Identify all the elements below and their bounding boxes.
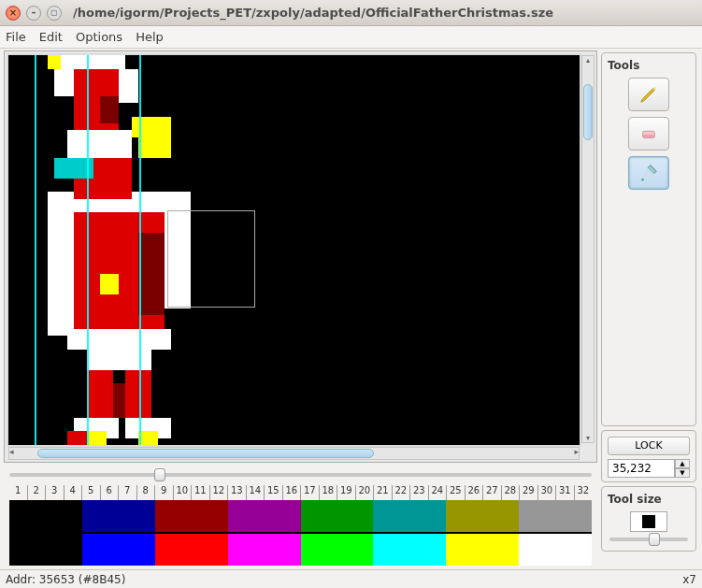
guide-line — [87, 55, 89, 445]
palette-swatch[interactable] — [155, 500, 228, 532]
ruler-tick: 25 — [446, 485, 465, 500]
palette-swatch[interactable] — [82, 500, 155, 532]
menu-file[interactable]: File — [6, 30, 26, 44]
ruler-tick: 3 — [45, 485, 64, 500]
vertical-scrollbar[interactable] — [581, 55, 595, 443]
dropper-tool-button[interactable] — [628, 156, 669, 190]
window-maximize-button[interactable] — [47, 6, 62, 21]
horizontal-scroll-thumb[interactable] — [37, 449, 374, 458]
ruler-tick: 18 — [319, 485, 337, 500]
svg-rect-22 — [138, 137, 171, 158]
palette-swatch[interactable] — [228, 500, 301, 532]
window-title: /home/igorm/Projects_PET/zxpoly/adapted/… — [73, 6, 553, 20]
lock-button[interactable]: LOCK — [608, 437, 690, 455]
svg-rect-15 — [87, 370, 113, 418]
palette-swatch[interactable] — [519, 534, 592, 566]
tools-panel: Tools — [601, 52, 696, 426]
selection-rectangle[interactable] — [167, 210, 255, 308]
ruler-tick: 11 — [191, 485, 209, 500]
window-close-button[interactable] — [6, 6, 21, 21]
ruler-tick: 12 — [209, 485, 228, 500]
ruler-tick: 4 — [64, 485, 82, 500]
palette-swatch[interactable] — [446, 500, 519, 532]
ruler: 1234567891011121314151617181920212223242… — [4, 485, 597, 500]
zoom-slider[interactable] — [4, 463, 597, 485]
ruler-tick: 20 — [355, 485, 374, 500]
lock-panel: LOCK ▲ ▼ — [601, 430, 696, 482]
palette-swatch[interactable] — [9, 500, 82, 532]
svg-rect-24 — [87, 431, 107, 445]
pencil-tool-button[interactable] — [628, 78, 669, 111]
spinner-up[interactable]: ▲ — [675, 459, 690, 468]
spinner-down[interactable]: ▼ — [675, 468, 690, 478]
palette-swatch[interactable] — [82, 534, 155, 566]
tool-size-thumb[interactable] — [649, 533, 660, 546]
palette-swatch[interactable] — [301, 534, 374, 566]
editor-viewport — [4, 50, 597, 463]
tool-size-panel: Tool size — [601, 486, 696, 552]
palette-swatch[interactable] — [301, 500, 374, 532]
palette-swatch[interactable] — [228, 534, 301, 566]
svg-rect-6 — [48, 212, 74, 336]
tool-size-swatch[interactable] — [630, 511, 667, 532]
ruler-tick: 17 — [300, 485, 319, 500]
ruler-tick: 2 — [27, 485, 46, 500]
menu-edit[interactable]: Edit — [39, 30, 63, 44]
svg-rect-2 — [54, 69, 74, 96]
ruler-tick: 30 — [537, 485, 556, 500]
menu-help[interactable]: Help — [136, 30, 164, 44]
svg-rect-18 — [138, 233, 165, 315]
pixel-canvas[interactable] — [8, 55, 580, 445]
ruler-tick: 32 — [574, 485, 593, 500]
dropper-icon — [638, 163, 659, 183]
tool-size-title: Tool size — [608, 493, 690, 506]
svg-rect-21 — [132, 117, 171, 137]
ruler-tick: 14 — [246, 485, 265, 500]
menubar: File Edit Options Help — [0, 26, 702, 49]
svg-rect-1 — [61, 55, 126, 69]
address-input[interactable] — [608, 459, 675, 478]
vertical-scroll-thumb[interactable] — [583, 84, 593, 140]
svg-rect-23 — [100, 274, 120, 294]
ruler-tick: 7 — [118, 485, 136, 500]
status-addr-dec: 35653 — [39, 573, 75, 586]
svg-rect-19 — [100, 96, 120, 123]
svg-rect-20 — [113, 383, 126, 418]
status-bar: Addr: 35653 ( #8B45) x7 — [0, 569, 702, 588]
tools-panel-title: Tools — [608, 59, 690, 72]
horizontal-scrollbar[interactable] — [8, 447, 580, 460]
ruler-tick: 9 — [154, 485, 173, 500]
ruler-tick: 26 — [465, 485, 483, 500]
eraser-tool-button[interactable] — [628, 117, 669, 151]
palette-swatch[interactable] — [9, 534, 82, 566]
tool-size-slider[interactable] — [609, 538, 688, 541]
palette-swatch[interactable] — [519, 500, 592, 532]
palette-swatch[interactable] — [155, 534, 228, 566]
status-addr-hex: #8B45 — [83, 573, 122, 586]
palette-swatch[interactable] — [446, 534, 519, 566]
svg-rect-25 — [138, 431, 158, 445]
ruler-tick: 13 — [227, 485, 246, 500]
zoom-slider-thumb[interactable] — [154, 468, 165, 481]
svg-rect-9 — [87, 350, 152, 370]
svg-rect-29 — [643, 135, 655, 138]
menu-options[interactable]: Options — [76, 30, 122, 44]
palette-swatch[interactable] — [373, 500, 446, 532]
ruler-tick: 19 — [337, 485, 355, 500]
svg-rect-26 — [48, 55, 61, 69]
status-zoom: x7 — [682, 573, 696, 586]
ruler-tick: 8 — [136, 485, 155, 500]
palette-swatch[interactable] — [373, 534, 446, 566]
ruler-tick: 1 — [9, 485, 27, 500]
guide-line — [35, 55, 36, 445]
window-minimize-button[interactable] — [26, 6, 41, 21]
svg-rect-17 — [67, 431, 87, 445]
ruler-tick: 24 — [428, 485, 447, 500]
ruler-tick: 23 — [409, 485, 428, 500]
svg-rect-8 — [67, 329, 172, 350]
address-spinner[interactable]: ▲ ▼ — [608, 459, 690, 478]
ruler-tick: 5 — [81, 485, 100, 500]
ruler-tick: 16 — [282, 485, 301, 500]
ruler-tick: 22 — [392, 485, 410, 500]
ruler-tick: 28 — [501, 485, 520, 500]
